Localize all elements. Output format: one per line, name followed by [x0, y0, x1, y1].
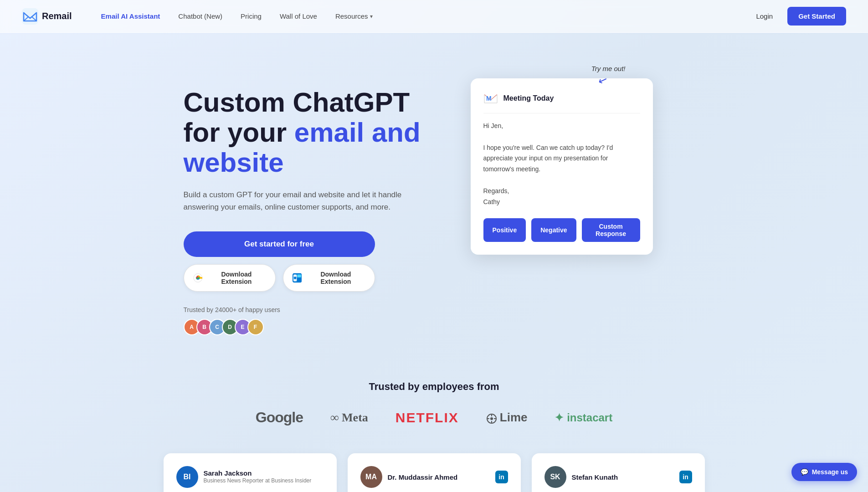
hero-subtitle: Build a custom GPT for your email and we…	[184, 189, 402, 213]
logo[interactable]: Remail	[22, 8, 72, 25]
email-body: Hi Jen, I hope you're well. Can we catch…	[483, 121, 640, 207]
testimonial-header-2: MA Dr. Muddassir Ahmed in	[360, 466, 508, 488]
svg-point-11	[490, 417, 493, 420]
nav-wall-of-love[interactable]: Wall of Love	[272, 9, 324, 24]
testimonial-card-1: BI Sarah Jackson Business News Reporter …	[164, 453, 337, 492]
nav-resources[interactable]: Resources ▾	[328, 9, 380, 24]
brand-name: Remail	[42, 11, 72, 21]
nav-links: Email AI Assistant Chatbot (New) Pricing…	[94, 9, 749, 24]
testimonial-avatar-3: SK	[544, 466, 566, 488]
chrome-extension-button[interactable]: Download Extension	[184, 264, 276, 292]
positive-button[interactable]: Positive	[483, 218, 526, 242]
testimonial-name-2: Dr. Muddassir Ahmed	[388, 473, 458, 481]
trusted-heading: Trusted by employees from	[22, 381, 846, 393]
nav-chatbot[interactable]: Chatbot (New)	[171, 9, 230, 24]
gmail-icon: M	[483, 91, 498, 106]
netflix-logo: NETFLIX	[395, 410, 459, 425]
outlook-extension-label: Download Extension	[306, 271, 365, 285]
chrome-icon	[193, 273, 203, 283]
email-demo-card: M Meeting Today Hi Jen, I hope you're we…	[471, 78, 653, 255]
trusted-companies-section: Trusted by employees from Google ∞ Meta …	[0, 363, 868, 453]
testimonial-info-2: Dr. Muddassir Ahmed	[388, 473, 458, 481]
lime-wheel-icon	[486, 413, 497, 424]
testimonial-card-3: SK Stefan Kunath in 🏖️ I'm going on vaca…	[532, 453, 705, 492]
login-button[interactable]: Login	[749, 9, 780, 24]
svg-rect-0	[22, 8, 38, 25]
get-started-nav-button[interactable]: Get Started	[787, 7, 846, 26]
testimonial-name-3: Stefan Kunath	[572, 473, 618, 481]
email-header: M Meeting Today	[483, 91, 640, 113]
logo-icon	[22, 8, 38, 25]
resources-chevron-icon: ▾	[370, 13, 373, 20]
email-subject: Meeting Today	[503, 94, 554, 102]
custom-response-button[interactable]: Custom Response	[582, 218, 640, 242]
testimonial-avatar-1: BI	[176, 466, 198, 488]
message-us-icon: 💬	[801, 468, 808, 476]
hero-section: Custom ChatGPT for your email and websit…	[92, 33, 776, 363]
testimonials-section: BI Sarah Jackson Business News Reporter …	[0, 453, 868, 492]
nav-pricing[interactable]: Pricing	[233, 9, 269, 24]
navbar: Remail Email AI Assistant Chatbot (New) …	[0, 0, 868, 33]
testimonial-info-1: Sarah Jackson Business News Reporter at …	[204, 469, 312, 485]
hero-content: Custom ChatGPT for your email and websit…	[184, 69, 434, 335]
get-started-free-button[interactable]: Get started for free	[184, 231, 375, 257]
testimonial-name-1: Sarah Jackson	[204, 469, 312, 477]
svg-text:M: M	[486, 95, 492, 102]
testimonial-card-2: MA Dr. Muddassir Ahmed in My good friend…	[348, 453, 521, 492]
avatar-6: F	[247, 319, 264, 335]
trusted-count-text: Trusted by 24000+ of happy users	[184, 306, 434, 313]
email-action-buttons: Positive Negative Custom Response	[483, 218, 640, 242]
nav-right: Login Get Started	[749, 7, 846, 26]
svg-point-7	[293, 277, 296, 280]
meta-logo: ∞ Meta	[330, 411, 368, 425]
outlook-icon	[293, 273, 302, 283]
google-logo: Google	[256, 409, 303, 426]
testimonial-header-3: SK Stefan Kunath in	[544, 466, 692, 488]
company-logos-row: Google ∞ Meta NETFLIX Lime ✦ instacart	[22, 409, 846, 426]
email-demo-container: Try me out! ↙ M Meeting Today Hi Jen, I …	[471, 78, 653, 255]
svg-rect-5	[297, 278, 301, 282]
hero-title: Custom ChatGPT for your email and websit…	[184, 87, 434, 178]
chrome-extension-label: Download Extension	[207, 271, 266, 285]
testimonial-avatar-2: MA	[360, 466, 382, 488]
linkedin-icon-3: in	[679, 471, 692, 483]
lime-logo: Lime	[486, 410, 528, 425]
message-us-button[interactable]: 💬 Message us	[791, 463, 857, 481]
message-us-label: Message us	[812, 468, 848, 476]
linkedin-icon-2: in	[495, 471, 508, 483]
try-me-label: Try me out!	[591, 65, 626, 72]
testimonial-title-1: Business News Reporter at Business Insid…	[204, 477, 312, 485]
testimonial-header-1: BI Sarah Jackson Business News Reporter …	[176, 466, 324, 488]
nav-email-ai[interactable]: Email AI Assistant	[94, 9, 168, 24]
outlook-extension-button[interactable]: Download Extension	[283, 264, 375, 292]
svg-rect-4	[297, 275, 301, 278]
avatar-group: A B C D E F	[184, 319, 434, 335]
instacart-logo: ✦ instacart	[555, 411, 612, 424]
negative-button[interactable]: Negative	[531, 218, 576, 242]
testimonial-info-3: Stefan Kunath	[572, 473, 618, 481]
extension-buttons: Download Extension Download Extension	[184, 264, 375, 292]
